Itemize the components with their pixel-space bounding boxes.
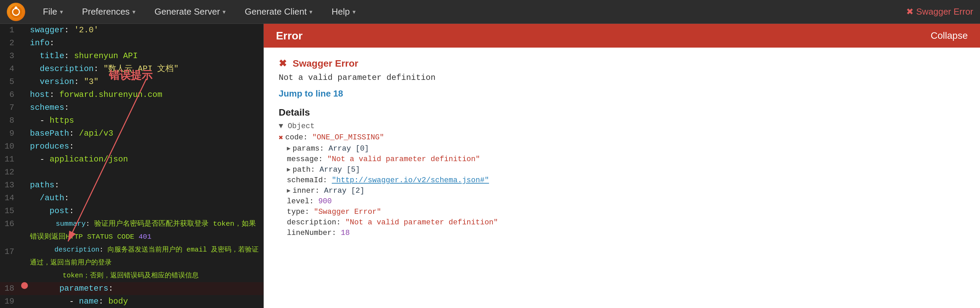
table-row: 8 - https: [0, 114, 263, 127]
detail-row-code: ✖ code: "ONE_OF_MISSING": [279, 133, 965, 143]
table-row: 5 version: "3": [0, 75, 263, 88]
table-row: 2 info:: [0, 37, 263, 50]
file-arrow-icon: ▾: [60, 8, 63, 16]
help-arrow-icon: ▾: [353, 8, 356, 16]
generate-client-arrow-icon: ▾: [309, 8, 312, 16]
generate-server-arrow-icon: ▾: [223, 8, 226, 16]
menu-file[interactable]: File ▾: [33, 0, 73, 24]
error-panel: Error Collapse ✖ Swagger Error Not a val…: [264, 24, 980, 308]
error-message: Not a valid parameter definition: [279, 73, 965, 82]
table-row: 19 - name: body: [0, 295, 263, 308]
table-row: 7 schemes:: [0, 101, 263, 114]
detail-row-type: type: "Swagger Error": [279, 208, 965, 216]
table-row: 9 basePath: /api/v3: [0, 127, 263, 140]
object-label: ▼ Object: [279, 122, 965, 130]
menu-generate-client[interactable]: Generate Client ▾: [235, 0, 322, 24]
jump-to-line-link[interactable]: Jump to line 18: [279, 88, 965, 99]
table-row: 14 /auth:: [0, 192, 263, 205]
table-row: 6 host: forward.shurenyun.com: [0, 88, 263, 101]
detail-row-schemaId: schemaId: "http://swagger.io/v2/schema.j…: [279, 176, 965, 184]
table-row: 4 description: "数人云 API 文档": [0, 63, 263, 75]
menu-generate-server[interactable]: Generate Server ▾: [145, 0, 235, 24]
detail-row-path: ▶ path: Array [5]: [279, 165, 965, 174]
details-title: Details: [279, 107, 965, 118]
error-panel-header: Error Collapse: [264, 24, 980, 48]
table-row: 15 post:: [0, 205, 263, 218]
table-row: 11 - application/json: [0, 153, 263, 166]
detail-row-params: ▶ params: Array [0]: [279, 144, 965, 153]
detail-row-inner: ▶ inner: Array [2]: [279, 187, 965, 195]
collapse-button[interactable]: Collapse: [931, 30, 968, 41]
table-row: 1 swagger: '2.0': [0, 24, 263, 37]
svg-point-2: [14, 6, 18, 9]
error-panel-title: Error: [276, 30, 302, 42]
swagger-error-title: ✖ Swagger Error: [279, 58, 965, 69]
error-line-18: 18 parameters:: [0, 282, 263, 295]
table-row: 12: [0, 166, 263, 179]
menu-preferences[interactable]: Preferences ▾: [73, 0, 145, 24]
swagger-error-badge: ✖ Swagger Error: [906, 6, 973, 17]
detail-row-level: level: 900: [279, 197, 965, 206]
main-content: 1 swagger: '2.0' 2 info: 3 title: shuren…: [0, 24, 980, 308]
schema-link[interactable]: "http://swagger.io/v2/schema.json#": [332, 176, 489, 184]
preferences-arrow-icon: ▾: [132, 8, 135, 16]
table-row: 16 summary: 验证用户名密码是否匹配并获取登录 token，如果错误则…: [0, 218, 263, 243]
menu-help[interactable]: Help ▾: [322, 0, 365, 24]
error-panel-body: ✖ Swagger Error Not a valid parameter de…: [264, 48, 980, 249]
table-row: 17 description: 向服务器发送当前用户的 email 及密码，若验…: [0, 243, 263, 282]
detail-row-description: description: "Not a valid parameter defi…: [279, 218, 965, 227]
error-x-icon: ✖: [279, 58, 286, 69]
table-row: 13 paths:: [0, 179, 263, 192]
detail-row-lineNumber: lineNumber: 18: [279, 229, 965, 237]
detail-row-message: message: "Not a valid parameter definiti…: [279, 155, 965, 164]
error-dot-icon: [21, 282, 28, 289]
table-row: 10 produces:: [0, 140, 263, 153]
code-editor[interactable]: 1 swagger: '2.0' 2 info: 3 title: shuren…: [0, 24, 264, 308]
table-row: 3 title: shurenyun API: [0, 50, 263, 63]
menubar: File ▾ Preferences ▾ Generate Server ▾ G…: [0, 0, 980, 24]
app-logo: [7, 3, 25, 21]
